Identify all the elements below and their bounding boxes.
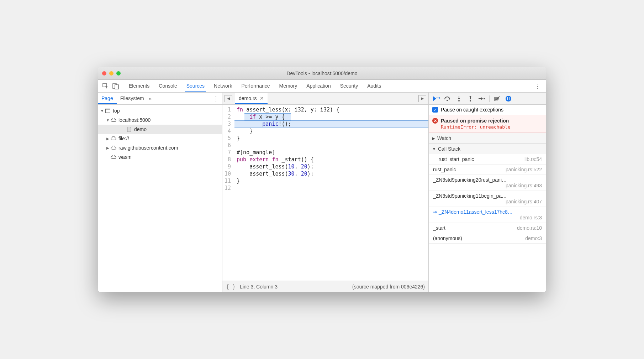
code-line[interactable]: fn assert_less(x: i32, y: i32) { (234, 106, 428, 113)
code-line[interactable]: } (234, 135, 428, 142)
checkbox-checked-icon[interactable]: ✓ (432, 107, 438, 113)
code-area[interactable]: 123456789101112 fn assert_less(x: i32, y… (222, 105, 428, 281)
inspect-element-icon[interactable] (101, 82, 111, 91)
panel-tab-audits[interactable]: Audits (366, 81, 382, 92)
cloud-icon (111, 146, 116, 150)
code-line[interactable]: } (234, 177, 428, 184)
svg-point-6 (458, 100, 460, 102)
deactivate-breakpoints-button[interactable] (493, 95, 501, 103)
stack-frame[interactable]: _ZN3std9panicking20rust_pani…panicking.r… (429, 175, 546, 191)
panel-tab-application[interactable]: Application (305, 81, 332, 92)
step-button[interactable] (478, 95, 486, 103)
debugger-toolbar (429, 93, 546, 105)
stack-frame[interactable]: _ZN3std9panicking11begin_pa…panicking.rs… (429, 191, 546, 207)
tree-item-label: raw.githubusercontent.com (118, 145, 178, 151)
tree-item-label: demo (134, 126, 147, 132)
svg-rect-11 (507, 97, 508, 100)
pause-caught-exceptions-label: Pause on caught exceptions (441, 107, 503, 113)
panel-tabs-toolbar: ElementsConsoleSourcesNetworkPerformance… (98, 80, 546, 93)
stack-frame[interactable]: ➔_ZN4demo11assert_less17hc8…demo.rs:3 (429, 207, 546, 223)
stack-frame[interactable]: _startdemo.rs:10 (429, 223, 546, 233)
window-title: DevTools - localhost:5000/demo (98, 71, 546, 76)
step-over-button[interactable] (444, 95, 452, 103)
navigator-sidebar: PageFilesystem » ⋮ ▼top▼localhost:5000de… (98, 93, 222, 292)
svg-point-10 (506, 96, 511, 102)
editor-tab-label: demo.rs (239, 95, 257, 101)
panel-tab-security[interactable]: Security (339, 81, 360, 92)
debugger-sidebar: ✓ Pause on caught exceptions ✕ Paused on… (429, 93, 546, 292)
file-icon (126, 127, 132, 132)
tree-item[interactable]: ▶file:// (98, 134, 222, 143)
tree-arrow-icon: ▼ (106, 118, 110, 122)
svg-point-5 (447, 100, 448, 101)
step-into-button[interactable] (455, 95, 463, 103)
panel-tab-network[interactable]: Network (212, 81, 233, 92)
cloud-icon (111, 136, 116, 141)
call-stack-list: __rust_start_paniclib.rs:54rust_panicpan… (429, 154, 546, 244)
tree-item-label: file:// (118, 136, 129, 141)
device-toolbar-icon[interactable] (111, 82, 121, 91)
watch-section-header[interactable]: ▶ Watch (429, 133, 546, 144)
tree-arrow-icon: ▼ (100, 109, 104, 113)
paused-detail: RuntimeError: unreachable (432, 124, 543, 130)
code-line[interactable] (234, 184, 428, 192)
cloud-icon (111, 118, 116, 122)
navigate-back-icon[interactable]: ◀ (225, 95, 232, 102)
stack-frame[interactable]: __rust_start_paniclib.rs:54 (429, 154, 546, 165)
code-line[interactable]: if x >= y { (234, 113, 428, 120)
more-tabs-chevron-icon[interactable]: » (149, 96, 152, 102)
cursor-position: Line 3, Column 3 (240, 284, 278, 290)
svg-rect-2 (115, 85, 118, 89)
panel-tab-elements[interactable]: Elements (127, 81, 151, 92)
error-icon: ✕ (432, 118, 438, 124)
pause-caught-exceptions-row[interactable]: ✓ Pause on caught exceptions (429, 105, 546, 115)
titlebar: DevTools - localhost:5000/demo (98, 67, 546, 80)
cloud-icon (111, 155, 116, 159)
paused-title: Paused on promise rejection (441, 118, 509, 124)
paused-status: ✕ Paused on promise rejection RuntimeErr… (429, 115, 546, 133)
tree-item-label: top (113, 108, 120, 114)
panel-tab-sources[interactable]: Sources (185, 81, 206, 92)
code-line[interactable]: assert_less(30, 20); (234, 170, 428, 177)
panel-tab-performance[interactable]: Performance (240, 81, 271, 92)
step-out-button[interactable] (466, 95, 474, 103)
stack-frame[interactable]: rust_panicpanicking.rs:522 (429, 165, 546, 175)
tree-item[interactable]: ▼localhost:5000 (98, 115, 222, 125)
tree-item[interactable]: wasm (98, 152, 222, 162)
code-line[interactable]: #[no_mangle] (234, 149, 428, 156)
close-tab-icon[interactable]: ✕ (260, 95, 264, 101)
panel-tab-memory[interactable]: Memory (278, 81, 299, 92)
callstack-section-header[interactable]: ▼ Call Stack (429, 144, 546, 154)
resume-button[interactable] (432, 95, 440, 103)
code-line[interactable]: assert_less(10, 20); (234, 163, 428, 170)
svg-rect-3 (106, 109, 110, 113)
chevron-right-icon: ▶ (432, 136, 435, 140)
navigate-forward-icon[interactable]: ▶ (418, 95, 426, 102)
tree-item-label: wasm (118, 154, 132, 160)
sidebar-tab-filesystem[interactable]: Filesystem (117, 93, 148, 104)
sidebar-tab-page[interactable]: Page (98, 93, 117, 104)
panel-tab-console[interactable]: Console (157, 81, 178, 92)
stack-frame[interactable]: (anonymous)demo:3 (429, 233, 546, 244)
editor-statusbar: { } Line 3, Column 3 (source mapped from… (222, 281, 428, 292)
tree-item[interactable]: ▼top (98, 106, 222, 115)
tree-item-label: localhost:5000 (118, 117, 151, 123)
kebab-menu-icon[interactable]: ⋮ (531, 82, 543, 90)
code-line[interactable] (234, 142, 428, 149)
pause-on-exceptions-button[interactable] (505, 95, 512, 103)
tree-arrow-icon: ▶ (106, 146, 110, 150)
editor-tab-demo-rs[interactable]: demo.rs ✕ (235, 93, 268, 104)
watch-label: Watch (437, 135, 451, 141)
sidebar-kebab-menu-icon[interactable]: ⋮ (210, 95, 222, 103)
tree-item[interactable]: demo (98, 125, 222, 134)
code-line[interactable]: panic!(); (234, 120, 428, 128)
sources-panel-body: PageFilesystem » ⋮ ▼top▼localhost:5000de… (98, 93, 546, 292)
source-map-link[interactable]: 006e4226 (401, 284, 423, 290)
svg-point-7 (470, 100, 471, 102)
code-line[interactable]: pub extern fn _start() { (234, 156, 428, 163)
tree-item[interactable]: ▶raw.githubusercontent.com (98, 143, 222, 152)
devtools-window: DevTools - localhost:5000/demo ElementsC… (98, 67, 546, 292)
pretty-print-button[interactable]: { } (226, 283, 236, 290)
svg-rect-12 (509, 97, 510, 100)
code-line[interactable]: } (234, 128, 428, 135)
